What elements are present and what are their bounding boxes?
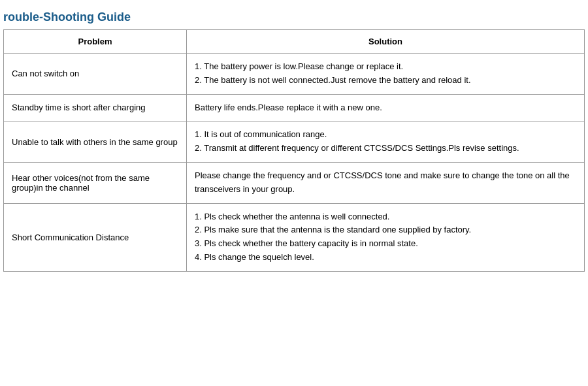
problem-cell: Unable to talk with others in the same g…: [4, 121, 187, 163]
table-row: Can not switch on1. The battery power is…: [4, 54, 585, 95]
col-solution-header: Solution: [187, 30, 585, 54]
trouble-table: Problem Solution Can not switch on1. The…: [3, 29, 585, 272]
problem-cell: Can not switch on: [4, 54, 187, 95]
problem-cell: Short Communication Distance: [4, 203, 187, 271]
solution-cell: Battery life ends.Please replace it with…: [187, 94, 585, 121]
solution-cell: Please change the frequency and or CTCSS…: [187, 162, 585, 203]
solution-cell: 1. Pls check whether the antenna is well…: [187, 203, 585, 271]
solution-cell: 1. It is out of communication range.2. T…: [187, 121, 585, 163]
table-row: Standby time is short after chargingBatt…: [4, 94, 585, 121]
table-row: Short Communication Distance1. Pls check…: [4, 203, 585, 271]
solution-cell: 1. The battery power is low.Please chang…: [187, 54, 585, 95]
page-title: rouble-Shooting Guide: [3, 7, 585, 29]
problem-cell: Standby time is short after charging: [4, 94, 187, 121]
col-problem-header: Problem: [4, 30, 187, 54]
table-header-row: Problem Solution: [4, 30, 585, 54]
problem-cell: Hear other voices(not from the same grou…: [4, 162, 187, 203]
table-row: Unable to talk with others in the same g…: [4, 121, 585, 163]
page-container: rouble-Shooting Guide Problem Solution C…: [0, 0, 588, 278]
table-row: Hear other voices(not from the same grou…: [4, 162, 585, 203]
